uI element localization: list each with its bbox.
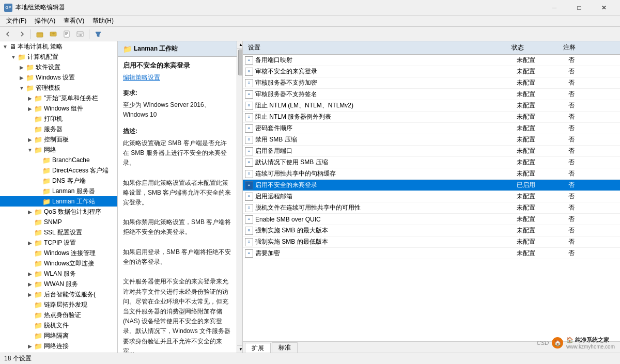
tree-root[interactable]: ▼ 🖥 本地计算机 策略 [0,41,117,52]
table-row[interactable]: ≡ 禁用 SMB 压缩 未配置 否 [243,134,620,146]
tree-lanman-server-label: Lanman 服务器 [52,187,95,196]
tree-offline[interactable]: 📁 脱机文件 [0,320,117,330]
table-row[interactable]: ≡ 强制实施 SMB 的最低版本 未配置 否 [243,236,620,248]
toolbar-btn-up[interactable] [47,28,59,40]
policy-icon-2: ≡ [243,68,255,76]
tab-standard[interactable]: 标准 [272,342,298,353]
tree-startmenu[interactable]: ▶ 📁 "开始"菜单和任务栏 [0,93,117,103]
table-row[interactable]: ≡ 审核服务器不支持签名 未配置 否 [243,89,620,100]
toolbar-btn-folder[interactable] [34,28,46,40]
tree-root-label: 本地计算机 策略 [18,42,63,51]
setting-notes-12: 否 [568,181,620,189]
tree-printer[interactable]: 📁 打印机 [0,114,117,124]
setting-name-15: Enable SMB over QUIC [255,216,517,223]
maximize-button[interactable]: □ [567,0,591,15]
tree-toggle-wwan: ▶ [26,281,34,287]
desc-requirement: 要求: 至少为 Windows Server 2016、Windows 10 [118,85,237,123]
tree-netstatus[interactable]: 📁 网络连接状态指示器 [0,351,117,353]
table-row[interactable]: ≡ 审核服务器不支持加密 未配置 否 [243,77,620,89]
menu-action[interactable]: 操作(A) [30,15,59,26]
setting-name-12: 启用不安全的来宾登录 [255,181,517,189]
tree-wlan[interactable]: ▶ 📁 WLAN 服务 [0,268,117,279]
breadcrumb-label: Lanman 工作站 [134,44,178,53]
tab-extended[interactable]: 扩展 [245,343,271,353]
setting-name-8: 禁用 SMB 压缩 [255,135,517,144]
menu-help[interactable]: 帮助(H) [88,15,118,26]
tree-tcpip[interactable]: ▶ 📁 TCPIP 设置 [0,238,117,248]
desc-header: 📁 Lanman 工作站 [118,41,237,57]
tree-lanman-server[interactable]: 📁 Lanman 服务器 [0,186,117,196]
tree-toggle-admin: ▼ [18,85,26,91]
edit-policy-link[interactable]: 编辑策略设置 [123,74,160,81]
setting-status-10: 未配置 [517,158,568,167]
table-row[interactable]: ≡ Enable SMB over QUIC 未配置 否 [243,214,620,225]
tree-bgtrans[interactable]: ▶ 📁 后台智能传送服务( [0,289,117,299]
menu-file[interactable]: 文件(F) [2,15,30,26]
toolbar-btn-new[interactable] [60,28,73,40]
tree-ssl[interactable]: 📁 SSL 配置设置 [0,227,117,238]
folder-icon-branchcache: 📁 [42,156,51,164]
desc-heading: 描述: [123,126,231,136]
scroll-thumb[interactable] [238,50,243,75]
table-row[interactable]: ≡ 阻止 NTLM 服务器例外列表 未配置 否 [243,112,620,123]
table-row[interactable]: ≡ 默认情况下使用 SMB 压缩 未配置 否 [243,157,620,168]
tree-hotspot[interactable]: 📁 热点身份验证 [0,310,117,320]
setting-notes-18: 否 [568,249,620,258]
table-row[interactable]: ≡ 连续可用性共享中的句柄缓存 未配置 否 [243,168,620,180]
table-row-selected[interactable]: ≡ 启用不安全的来宾登录 已启用 否 [243,180,620,191]
scroll-down-arrow[interactable]: ▼ [237,345,243,353]
toolbar-btn-filter[interactable] [92,28,104,40]
table-row[interactable]: ≡ 启用备用端口 未配置 否 [243,146,620,157]
forward-button[interactable] [16,28,28,40]
back-button[interactable] [2,28,14,40]
menu-view[interactable]: 查看(V) [59,15,88,26]
tree-lanman-workstation[interactable]: 📁 Lanman 工作站 [0,196,117,207]
tree-linklay[interactable]: 📁 链路层拓扑发现 [0,299,117,310]
tree-qos[interactable]: ▶ 📁 QoS 数据包计划程序 [0,207,117,217]
setting-name-9: 启用备用端口 [255,147,517,155]
tree-snmp[interactable]: 📁 SNMP [0,217,117,227]
scroll-up-arrow[interactable]: ▲ [237,41,243,49]
tree-admin[interactable]: ▼ 📁 管理模板 [0,83,117,93]
tree-netconn[interactable]: ▶ 📁 网络连接 [0,341,117,351]
close-button[interactable]: ✕ [592,0,616,15]
tree-netisolation[interactable]: 📁 网络隔离 [0,330,117,341]
setting-notes-9: 否 [568,147,620,155]
table-row[interactable]: ≡ 阻止 NTLM (LM、NTLM、NTLMv2) 未配置 否 [243,100,620,112]
sidebar: ▼ 🖥 本地计算机 策略 ▼ 📁 计算机配置 ▶ 📁 软件设置 ▶ 📁 Wind… [0,41,118,353]
tree-wininstant-label: Windows立即连接 [44,259,94,268]
tree-windows[interactable]: ▶ 📁 Windows 设置 [0,72,117,83]
toolbar-sep2 [89,29,89,39]
tree-server-label: 服务器 [44,125,63,134]
tree-server[interactable]: 📁 服务器 [0,124,117,134]
tree-dns[interactable]: 📁 DNS 客户端 [0,176,117,186]
setting-name-11: 连续可用性共享中的句柄缓存 [255,169,517,178]
setting-name-18: 需要加密 [255,249,517,258]
tree-wincomp[interactable]: ▶ 📁 Windows 组件 [0,103,117,114]
tree-branchcache[interactable]: 📁 BranchCache [0,155,117,165]
table-row[interactable]: ≡ 脱机文件在连续可用性共享中的可用性 未配置 否 [243,202,620,214]
table-row[interactable]: ≡ 备用端口映射 未配置 否 [243,55,620,66]
tree-control[interactable]: ▶ 📁 控制面板 [0,134,117,145]
table-row[interactable]: ≡ 需要加密 未配置 否 [243,248,620,259]
tree-winconn[interactable]: 📁 Windows 连接管理 [0,248,117,258]
setting-name-6: 阻止 NTLM 服务器例外列表 [255,113,517,121]
table-row[interactable]: ≡ 强制实施 SMB 的最大版本 未配置 否 [243,225,620,236]
settings-panel: 设置 状态 注释 ≡ 备用端口映射 未配置 否 ≡ 审核不安全的来宾登录 未配置… [243,41,620,353]
toolbar-btn-properties[interactable] [74,28,86,40]
desc-scrollbar[interactable]: ▲ ▼ [237,41,243,353]
table-row[interactable]: ≡ 审核不安全的来宾登录 未配置 否 [243,66,620,77]
page-icon: ≡ [245,56,253,65]
table-row[interactable]: ≡ 启用远程邮箱 未配置 否 [243,191,620,202]
tree-wlan-label: WLAN 服务 [44,270,76,278]
tree-wininstant[interactable]: 📁 Windows立即连接 [0,258,117,268]
tree-wwan[interactable]: ▶ 📁 WWAN 服务 [0,279,117,289]
page-icon: ≡ [245,102,253,110]
minimize-button[interactable]: ─ [542,0,566,15]
tree-network[interactable]: ▼ 📁 网络 [0,145,117,155]
tree-computer[interactable]: ▼ 📁 计算机配置 [0,52,117,62]
tree-directaccess[interactable]: 📁 DirectAccess 客户端 [0,165,117,176]
tree-software[interactable]: ▶ 📁 软件设置 [0,62,117,72]
desc-text3: 如果你禁用此策略设置，SMB 客户端将拒绝不安全的来宾登录。 [123,217,231,237]
table-row[interactable]: ≡ 密码套件顺序 未配置 否 [243,123,620,134]
